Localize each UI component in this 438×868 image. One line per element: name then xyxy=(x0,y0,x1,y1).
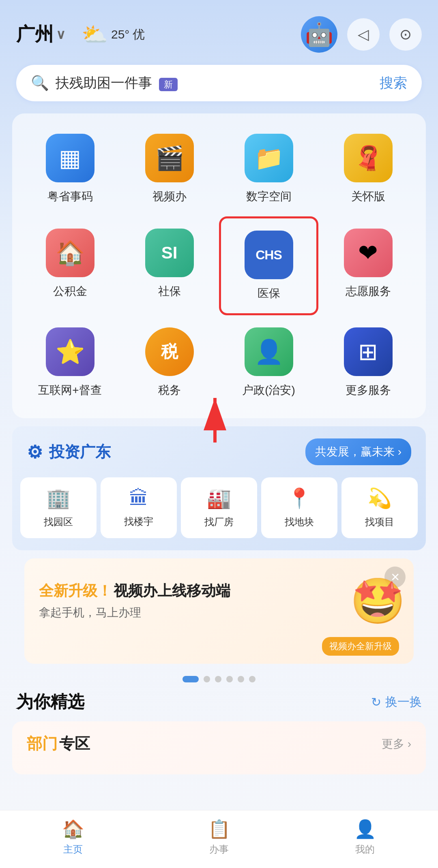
medical-icon: CHS xyxy=(245,231,293,279)
dept-title-dark: 专区 xyxy=(59,735,90,752)
yuesheng-label: 粤省事码 xyxy=(47,189,93,204)
header-right-actions: 🤖 ◁ ⊙ xyxy=(301,16,422,53)
nav-item-home[interactable]: 🏠 主页 xyxy=(0,819,146,856)
search-bar[interactable]: 🔍 扶残助困一件事 新 搜索 xyxy=(16,65,422,101)
location-chevron-icon: ∨ xyxy=(56,27,65,42)
invest-item-project[interactable]: 💫 找项目 xyxy=(341,477,418,538)
weather-icon: ⛅ xyxy=(82,22,108,47)
search-icon: 🔍 xyxy=(31,75,49,92)
dept-more-button[interactable]: 更多 › xyxy=(382,736,411,752)
banner-title-orange: 全新升级！ xyxy=(39,582,112,599)
more-label: 更多服务 xyxy=(346,383,391,398)
dot-4[interactable] xyxy=(238,676,244,682)
home-icon: 🏠 xyxy=(62,819,84,840)
social-icon: SI xyxy=(145,229,194,277)
service-digital[interactable]: 📁 数字空间 xyxy=(219,122,318,216)
home-label: 主页 xyxy=(63,843,83,856)
invest-slogan-arrow: › xyxy=(398,445,402,458)
banner-title-black: 视频办上线移动端 xyxy=(114,582,230,599)
location-nav-button[interactable]: ◁ xyxy=(347,18,380,51)
search-button[interactable]: 搜索 xyxy=(380,74,407,92)
nav-item-tasks[interactable]: 📋 办事 xyxy=(146,819,292,856)
mine-label: 我的 xyxy=(355,843,375,856)
dot-3[interactable] xyxy=(226,676,233,682)
record-button[interactable]: ⊙ xyxy=(389,18,422,51)
invest-slogan[interactable]: 共发展，赢未来 › xyxy=(305,438,411,465)
volunteer-label: 志愿服务 xyxy=(346,284,391,299)
digital-label: 数字空间 xyxy=(246,189,292,204)
banner-badge: 视频办全新升级 xyxy=(322,637,399,656)
tax-icon: 税 xyxy=(145,327,194,376)
dot-2[interactable] xyxy=(215,676,221,682)
dept-section: 部门 专区 更多 › xyxy=(12,721,426,774)
weather-quality: 优 xyxy=(133,26,145,43)
invest-grid: 🏢 找园区 🏛 找楼宇 🏭 找厂房 📍 找地块 💫 找项目 xyxy=(12,473,426,550)
nav-item-mine[interactable]: 👤 我的 xyxy=(292,819,438,856)
service-medical[interactable]: CHS 医保 xyxy=(219,216,318,315)
building-label: 找楼宇 xyxy=(124,515,153,528)
weather-temp: 25° xyxy=(111,28,129,41)
dot-1[interactable] xyxy=(204,676,210,682)
tasks-label: 办事 xyxy=(209,843,229,856)
video-icon: 🎬 xyxy=(145,134,194,182)
dept-title-orange: 部门 xyxy=(27,735,58,752)
invest-logo: ⚙ 投资广东 xyxy=(27,442,111,462)
housing-icon: 🏠 xyxy=(46,229,94,277)
dept-header: 部门 专区 更多 › xyxy=(27,733,411,754)
avatar-button[interactable]: 🤖 xyxy=(301,16,337,53)
location-selector[interactable]: 广州 ∨ xyxy=(16,22,65,47)
invest-item-land[interactable]: 📍 找地块 xyxy=(261,477,337,538)
volunteer-icon: ❤ xyxy=(344,229,393,277)
banner-content: 全新升级！ 视频办上线移动端 拿起手机，马上办理 xyxy=(39,581,399,620)
digital-icon: 📁 xyxy=(245,134,293,182)
service-household[interactable]: 👤 户政(治安) xyxy=(219,315,318,410)
project-icon: 💫 xyxy=(367,487,392,510)
dot-0[interactable] xyxy=(182,676,199,682)
building-icon: 🏛 xyxy=(129,487,148,509)
invest-item-factory[interactable]: 🏭 找厂房 xyxy=(181,477,257,538)
service-care[interactable]: 🧣 关怀版 xyxy=(318,122,418,216)
header: 广州 ∨ ⛅ 25° 优 🤖 ◁ ⊙ xyxy=(0,0,438,61)
land-label: 找地块 xyxy=(285,515,314,528)
service-volunteer[interactable]: ❤ 志愿服务 xyxy=(318,216,418,315)
yuesheng-icon: ▦ xyxy=(46,134,94,182)
location-text: 广州 xyxy=(16,22,54,47)
service-more[interactable]: ⊞ 更多服务 xyxy=(318,315,418,410)
care-icon: 🧣 xyxy=(344,134,393,182)
invest-header: ⚙ 投资广东 共发展，赢未来 › xyxy=(12,426,426,473)
service-tax[interactable]: 税 税务 xyxy=(120,315,219,410)
internet-label: 互联网+督查 xyxy=(38,383,101,398)
internet-icon: ⭐ xyxy=(46,327,94,376)
refresh-button[interactable]: ↻ 换一换 xyxy=(371,694,422,710)
services-grid: ▦ 粤省事码 🎬 视频办 📁 数字空间 🧣 关怀版 🏠 xyxy=(12,113,426,418)
more-services-icon: ⊞ xyxy=(344,327,393,376)
invest-logo-text: 投资广东 xyxy=(49,442,111,462)
service-yuesheng[interactable]: ▦ 粤省事码 xyxy=(20,122,120,216)
banner-dots xyxy=(12,676,426,682)
invest-item-building[interactable]: 🏛 找楼宇 xyxy=(101,477,177,538)
medical-label: 医保 xyxy=(258,286,280,301)
invest-item-park[interactable]: 🏢 找园区 xyxy=(20,477,97,538)
service-internet[interactable]: ⭐ 互联网+督查 xyxy=(20,315,120,410)
invest-logo-icon: ⚙ xyxy=(27,442,43,462)
invest-section: ⚙ 投资广东 共发展，赢未来 › 🏢 找园区 🏛 找楼宇 🏭 找厂房 📍 找地块… xyxy=(12,426,426,550)
household-icon: 👤 xyxy=(245,327,293,376)
search-badge: 新 xyxy=(159,78,178,91)
land-icon: 📍 xyxy=(287,487,311,510)
banner-container: ✕ 全新升级！ 视频办上线移动端 拿起手机，马上办理 🤩 视频办全新升级 xyxy=(12,558,426,682)
tasks-icon: 📋 xyxy=(208,819,230,840)
factory-icon: 🏭 xyxy=(207,487,231,510)
banner[interactable]: ✕ 全新升级！ 视频办上线移动端 拿起手机，马上办理 🤩 视频办全新升级 xyxy=(24,558,414,664)
avatar-icon: 🤖 xyxy=(305,21,333,48)
banner-subtitle: 拿起手机，马上办理 xyxy=(39,605,399,620)
refresh-label: 换一换 xyxy=(385,694,422,710)
service-housing[interactable]: 🏠 公积金 xyxy=(20,216,120,315)
service-video[interactable]: 🎬 视频办 xyxy=(120,122,219,216)
service-social[interactable]: SI 社保 xyxy=(120,216,219,315)
social-label: 社保 xyxy=(158,284,181,299)
invest-slogan-text: 共发展，赢未来 xyxy=(315,444,395,460)
factory-label: 找厂房 xyxy=(204,515,234,528)
park-icon: 🏢 xyxy=(46,487,71,510)
dot-5[interactable] xyxy=(249,676,256,682)
project-label: 找项目 xyxy=(365,515,394,528)
